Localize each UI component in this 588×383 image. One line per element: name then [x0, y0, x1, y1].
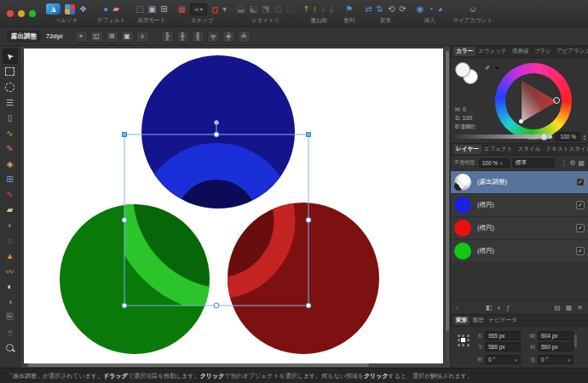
fill-swatch[interactable] — [455, 62, 470, 77]
eraser-tool[interactable]: ▰ — [3, 202, 18, 217]
transform-field-x[interactable]: 955 px — [485, 331, 521, 340]
selection-handle[interactable] — [306, 218, 311, 223]
layer-visibility-checkbox[interactable]: ✓ — [576, 247, 585, 255]
transform-field-w[interactable]: 604 px — [538, 331, 574, 340]
lasso-tool[interactable]: ∿ — [3, 125, 18, 140]
insert-behind-icon[interactable]: ◉ — [417, 3, 424, 15]
snap-caret-icon[interactable]: ▾ — [222, 3, 227, 15]
marquee-rect-tool[interactable] — [3, 64, 18, 79]
insert-top-icon[interactable]: ◔ — [428, 3, 433, 15]
eyedropper-icon[interactable]: ✐ — [485, 65, 490, 71]
column-marquee-tool[interactable]: ▯ — [3, 110, 18, 125]
align-middle-icon[interactable]: ╪ — [222, 31, 235, 43]
layer-lock-icon[interactable]: ▦ — [578, 159, 585, 167]
blur-tool[interactable]: ◌ — [3, 232, 18, 248]
color-opacity-slider[interactable] — [454, 134, 552, 139]
lightness-selector-dot[interactable] — [519, 119, 523, 123]
flip-vertical-icon[interactable]: ⇅ — [377, 3, 383, 15]
new-group-icon[interactable]: ▦ — [566, 304, 573, 312]
close-window-button[interactable] — [7, 10, 14, 17]
hand-tool[interactable]: ☝ — [3, 324, 18, 340]
layers-tab-0[interactable]: レイヤー — [453, 145, 481, 154]
row-marquee-tool[interactable]: ☰ — [3, 94, 18, 110]
layer-settings-gear-icon[interactable]: ⚙ — [569, 159, 575, 167]
selection-brush-tool[interactable]: ✎ — [3, 140, 18, 156]
zoom-window-button[interactable] — [29, 10, 36, 17]
layer-row-0[interactable]: (露出調整)✓ — [451, 171, 588, 194]
retina-view-icon[interactable]: ⊞ — [160, 3, 167, 15]
transform-tab-1[interactable]: 履歴 — [470, 316, 486, 325]
zoom-tool[interactable] — [3, 340, 18, 355]
burn-tool[interactable]: ◑ — [3, 294, 18, 309]
vertical-scrollbar[interactable] — [446, 49, 449, 361]
transform-field-h[interactable]: 560 px — [538, 342, 574, 352]
flood-select-tool[interactable]: ◈ — [3, 156, 18, 171]
export-persona-icon[interactable]: ❖ — [79, 3, 87, 15]
layers-opacity-select[interactable]: 100 %▾ — [479, 158, 510, 168]
rotate-cw-icon[interactable]: ⟳ — [399, 3, 406, 15]
assistant-icon[interactable]: ● — [103, 3, 108, 15]
layers-tab-1[interactable]: エフェクト — [481, 145, 516, 154]
color-tab-0[interactable]: カラー — [453, 47, 476, 56]
color-tab-4[interactable]: アピアランス — [554, 47, 588, 56]
edit-all-layers-icon[interactable]: ⊞ — [106, 31, 118, 43]
align-right-icon[interactable]: ╢ — [192, 31, 205, 43]
selection-handle[interactable] — [123, 133, 127, 137]
alignment-icon[interactable]: ⚑ — [345, 3, 353, 15]
boolean-add-icon[interactable]: ⬓ — [237, 3, 245, 15]
transform-field-s[interactable]: 0 °▾ — [538, 355, 574, 364]
color-wheel[interactable] — [495, 63, 572, 140]
selection-handle[interactable] — [122, 218, 127, 223]
my-account-icon[interactable]: ☺ — [469, 3, 477, 15]
aspect-lock-icon[interactable] — [574, 334, 577, 347]
blend-mode-select[interactable]: 標準 — [512, 158, 556, 168]
opacity-stepper[interactable]: ▴▾ — [583, 134, 585, 140]
hue-selector-ring[interactable] — [553, 97, 560, 104]
color-tab-1[interactable]: スウォッチ — [476, 47, 510, 56]
mask-layer-icon[interactable]: ◧ — [486, 304, 493, 312]
horizontal-scrollbar[interactable] — [26, 363, 441, 367]
document-canvas[interactable] — [24, 49, 443, 363]
layer-link-icon[interactable]: ▫ — [456, 304, 458, 312]
pixel-view-icon[interactable]: ▣ — [148, 3, 156, 15]
color-tab-2[interactable]: 境界線 — [510, 47, 532, 56]
selection-handle[interactable] — [307, 133, 311, 137]
layer-effects-fx-icon[interactable]: ƒ — [506, 304, 510, 312]
move-to-back-icon[interactable]: ⤓ — [330, 3, 333, 15]
default-brush-icon[interactable]: ▰ — [112, 3, 119, 15]
secondary-color-dot[interactable]: ● — [495, 65, 499, 71]
move-to-front-icon[interactable]: ⤒ — [304, 3, 308, 15]
move-forward-icon[interactable]: ↑ — [313, 3, 317, 15]
layers-tab-2[interactable]: スタイル — [516, 145, 544, 154]
vector-view-icon[interactable]: ⬚ — [135, 3, 143, 15]
adjustment-layer-icon[interactable]: ◐ — [497, 304, 501, 312]
minimize-window-button[interactable] — [18, 10, 25, 17]
transform-field-r[interactable]: 0 °▾ — [485, 355, 521, 364]
selection-handle[interactable] — [122, 303, 127, 308]
snap-grid-icon[interactable]: ▦ — [178, 3, 186, 15]
layer-row-2[interactable]: (楕円)✓ — [451, 217, 588, 240]
new-layer-icon[interactable]: ▤ — [554, 304, 561, 312]
cycle-selection-icon[interactable]: ◱ — [90, 31, 103, 43]
show-rotation-icon[interactable]: ⌽ — [136, 31, 149, 43]
paint-fill-tool[interactable]: ◗ — [3, 217, 18, 232]
snap-magnet-icon[interactable]: Ω — [211, 3, 218, 15]
liquify-persona-icon[interactable] — [65, 4, 75, 14]
move-backward-icon[interactable]: ↓ — [321, 3, 326, 15]
align-bottom-icon[interactable]: ╧ — [238, 31, 251, 43]
boolean-divide-icon[interactable]: ◫ — [274, 3, 281, 15]
layer-row-3[interactable]: (楕円)✓ — [451, 240, 588, 263]
ellipse-layer-thumbnail[interactable] — [454, 197, 471, 214]
transform-field-y[interactable]: 586 px — [485, 342, 521, 352]
anchor-point-selector[interactable] — [457, 334, 470, 347]
color-opacity-value[interactable]: 100 % — [555, 132, 580, 141]
move-tool[interactable]: ➤ — [3, 49, 18, 64]
ellipse-layer-thumbnail[interactable] — [454, 243, 471, 260]
lock-children-icon[interactable]: ▣ — [121, 31, 134, 43]
rotate-ccw-icon[interactable]: ⟲ — [388, 3, 395, 15]
align-left-icon[interactable]: ╟ — [161, 31, 174, 43]
selection-handle[interactable] — [306, 303, 311, 308]
paint-brush-tool[interactable]: ✎ — [3, 186, 18, 202]
layers-tab-3[interactable]: テキストスタイル — [544, 145, 588, 154]
selection-handle[interactable] — [214, 303, 219, 308]
